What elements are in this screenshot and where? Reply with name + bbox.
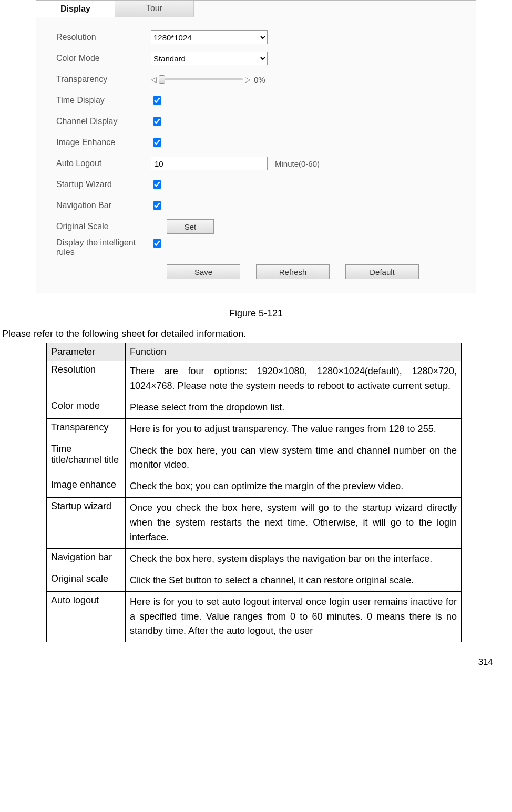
transparency-value: 0% — [254, 75, 265, 84]
channel-display-checkbox[interactable] — [153, 117, 161, 126]
table-row: Original scaleClick the Set button to se… — [47, 570, 462, 591]
label-startup-wizard: Startup Wizard — [56, 180, 151, 189]
table-row: Color modePlease select from the dropdow… — [47, 397, 462, 418]
label-time-display: Time Display — [56, 96, 151, 105]
label-channel-display: Channel Display — [56, 117, 151, 126]
cell-function: Check the box; you can optimize the marg… — [126, 476, 462, 498]
set-button[interactable]: Set — [167, 219, 214, 234]
label-intelligent-rules: Display the intelligent rules — [56, 238, 151, 257]
cell-function: There are four options: 1920×1080, 1280×… — [126, 361, 462, 397]
cell-parameter: Startup wizard — [47, 498, 126, 549]
startup-wizard-checkbox[interactable] — [153, 180, 161, 189]
table-row: Time title/channel titleCheck the box he… — [47, 440, 462, 476]
cell-parameter: Transparency — [47, 418, 126, 440]
transparency-slider[interactable] — [159, 78, 243, 80]
label-original-scale: Original Scale — [56, 222, 151, 231]
figure-caption: Figure 5-121 — [0, 308, 512, 319]
tabs: Display Tour — [36, 1, 476, 17]
cell-parameter: Auto logout — [47, 591, 126, 642]
label-color-mode: Color Mode — [56, 54, 151, 63]
table-row: Image enhanceCheck the box; you can opti… — [47, 476, 462, 498]
default-button[interactable]: Default — [345, 264, 419, 279]
image-enhance-checkbox[interactable] — [153, 138, 161, 147]
table-row: Startup wizardOnce you check the box her… — [47, 498, 462, 549]
color-mode-select[interactable]: Standard — [151, 52, 268, 65]
refresh-button[interactable]: Refresh — [256, 264, 330, 279]
save-button[interactable]: Save — [167, 264, 240, 279]
label-image-enhance: Image Enhance — [56, 138, 151, 147]
table-row: Auto logoutHere is for you to set auto l… — [47, 591, 462, 642]
slider-right-icon[interactable]: ▷ — [245, 75, 251, 84]
cell-function: Once you check the box here, system will… — [126, 498, 462, 549]
label-navigation-bar: Navigation Bar — [56, 201, 151, 210]
cell-function: Check the box here, you can view system … — [126, 440, 462, 476]
slider-thumb[interactable] — [159, 75, 165, 84]
cell-function: Here is for you to set auto logout inter… — [126, 591, 462, 642]
table-row: TransparencyHere is for you to adjust tr… — [47, 418, 462, 440]
label-auto-logout: Auto Logout — [56, 159, 151, 168]
label-transparency: Transparency — [56, 75, 151, 84]
slider-left-icon[interactable]: ◁ — [151, 75, 157, 84]
cell-function: Please select from the dropdown list. — [126, 397, 462, 418]
time-display-checkbox[interactable] — [153, 96, 161, 105]
th-function: Function — [126, 343, 462, 361]
table-row: ResolutionThere are four options: 1920×1… — [47, 361, 462, 397]
table-row: Navigation barCheck the box here, system… — [47, 548, 462, 570]
settings-panel: Display Tour Resolution 1280*1024 Color … — [36, 0, 476, 293]
cell-parameter: Navigation bar — [47, 548, 126, 570]
auto-logout-unit: Minute(0-60) — [275, 159, 320, 168]
lead-text: Please refer to the following sheet for … — [2, 328, 512, 340]
th-parameter: Parameter — [47, 343, 126, 361]
cell-parameter: Resolution — [47, 361, 126, 397]
cell-parameter: Color mode — [47, 397, 126, 418]
intelligent-rules-checkbox[interactable] — [153, 239, 161, 248]
tab-display[interactable]: Display — [36, 1, 115, 17]
navigation-bar-checkbox[interactable] — [153, 201, 161, 210]
cell-parameter: Image enhance — [47, 476, 126, 498]
resolution-select[interactable]: 1280*1024 — [151, 30, 268, 44]
auto-logout-input[interactable] — [151, 157, 268, 170]
page-number: 314 — [0, 642, 512, 673]
tab-tour[interactable]: Tour — [115, 1, 194, 17]
cell-function: Click the Set button to select a channel… — [126, 570, 462, 591]
cell-parameter: Time title/channel title — [47, 440, 126, 476]
label-resolution: Resolution — [56, 33, 151, 42]
cell-parameter: Original scale — [47, 570, 126, 591]
form-panel: Resolution 1280*1024 Color Mode Standard… — [36, 17, 476, 293]
info-table: Parameter Function ResolutionThere are f… — [46, 343, 462, 642]
cell-function: Check the box here, system displays the … — [126, 548, 462, 570]
cell-function: Here is for you to adjust transparency. … — [126, 418, 462, 440]
